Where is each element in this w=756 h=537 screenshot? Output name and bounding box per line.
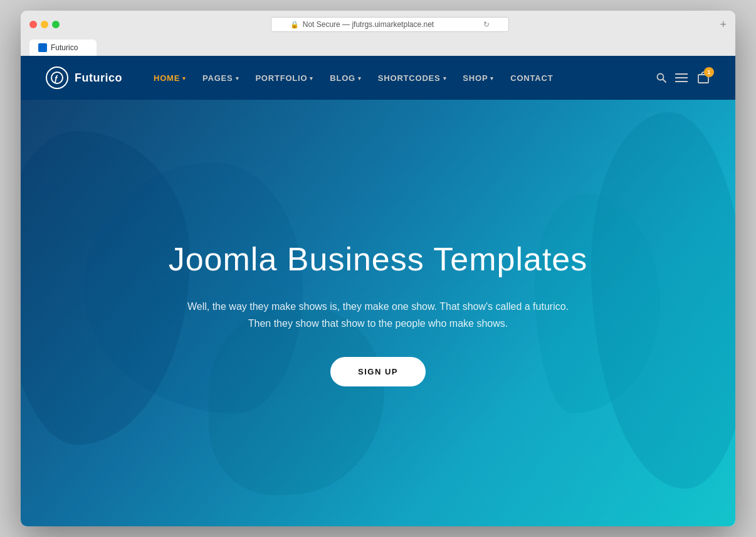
nav-menu: HOME ▾ PAGES ▾ PORTFOLIO ▾ BLOG ▾ SHORTC…: [147, 68, 631, 88]
cart-badge: 1: [704, 67, 714, 77]
logo-text: Futurico: [75, 72, 122, 85]
active-tab[interactable]: Futurico: [29, 40, 97, 56]
maximize-button[interactable]: [52, 21, 60, 28]
lock-icon: 🔒: [290, 21, 299, 29]
nav-item-contact[interactable]: CONTACT: [504, 68, 559, 88]
hero-section: Joomla Business Templates Well, the way …: [21, 100, 735, 526]
tab-favicon: [38, 43, 47, 52]
hero-title: Joomla Business Templates: [169, 240, 588, 279]
navbar: ƒ Futurico HOME ▾ PAGES ▾ PORTFOLIO ▾: [21, 56, 735, 100]
nav-item-blog[interactable]: BLOG ▾: [323, 68, 368, 88]
chevron-down-icon: ▾: [182, 75, 186, 82]
nav-item-home[interactable]: HOME ▾: [147, 68, 192, 88]
chevron-down-icon: ▾: [443, 75, 447, 82]
logo[interactable]: ƒ Futurico: [46, 66, 122, 89]
address-bar[interactable]: 🔒 Not Secure — jfutrgs.uimarketplace.net…: [271, 17, 509, 32]
chevron-down-icon: ▾: [236, 75, 239, 82]
nav-item-portfolio[interactable]: PORTFOLIO ▾: [249, 68, 320, 88]
browser-window: 🔒 Not Secure — jfutrgs.uimarketplace.net…: [21, 11, 735, 526]
nav-item-pages[interactable]: PAGES ▾: [196, 68, 245, 88]
site-content: ƒ Futurico HOME ▾ PAGES ▾ PORTFOLIO ▾: [21, 56, 735, 526]
traffic-lights: [29, 21, 60, 28]
chevron-down-icon: ▾: [490, 75, 494, 82]
nav-item-shortcodes[interactable]: SHORTCODES ▾: [372, 68, 453, 88]
search-button[interactable]: [656, 73, 666, 83]
cart-button[interactable]: 1: [696, 71, 710, 85]
hero-subtitle: Well, the way they make shows is, they m…: [171, 298, 585, 332]
address-text: Not Secure — jfutrgs.uimarketplace.net: [303, 20, 434, 29]
nav-actions: 1: [656, 71, 710, 85]
logo-icon: ƒ: [46, 66, 68, 89]
browser-chrome: 🔒 Not Secure — jfutrgs.uimarketplace.net…: [21, 11, 735, 56]
tab-title: Futurico: [51, 43, 78, 52]
chevron-down-icon: ▾: [310, 75, 313, 82]
svg-text:ƒ: ƒ: [54, 73, 58, 83]
signup-button[interactable]: SIGN UP: [330, 357, 426, 386]
reload-icon[interactable]: ↻: [483, 20, 490, 29]
menu-button[interactable]: [675, 73, 688, 83]
chevron-down-icon: ▾: [358, 75, 362, 82]
new-tab-button[interactable]: +: [720, 19, 727, 30]
close-button[interactable]: [29, 21, 37, 28]
hero-content: Joomla Business Templates Well, the way …: [156, 240, 601, 386]
minimize-button[interactable]: [41, 21, 48, 28]
nav-item-shop[interactable]: SHOP ▾: [456, 68, 500, 88]
svg-line-3: [663, 80, 666, 83]
